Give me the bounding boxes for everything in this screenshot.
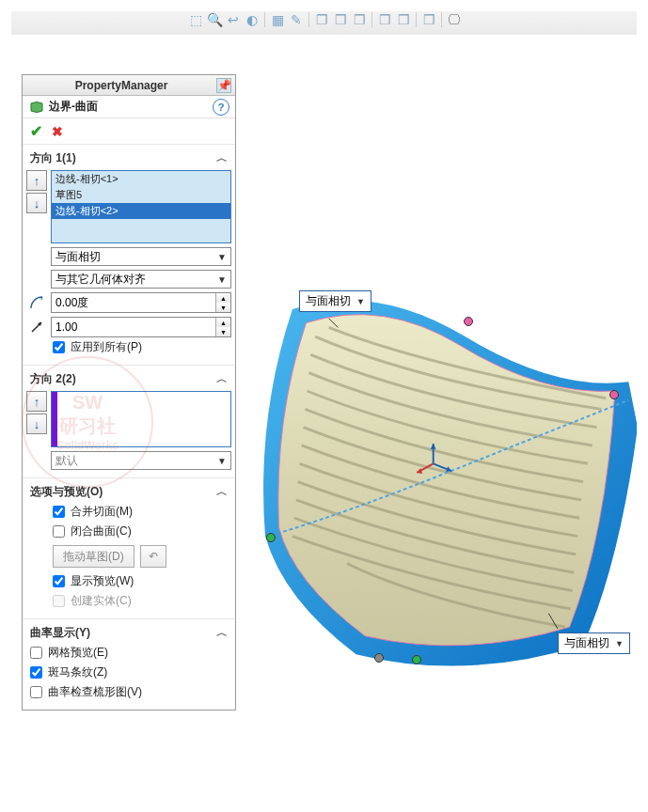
ok-button[interactable]: ✔ bbox=[30, 122, 42, 140]
handle-green-bottom[interactable] bbox=[412, 655, 421, 664]
tangent-type2-combo[interactable]: 默认▼ bbox=[51, 451, 231, 470]
dropdown-arrow-icon: ▼ bbox=[356, 297, 365, 306]
checkbox-input[interactable] bbox=[30, 647, 42, 659]
move-up-button[interactable]: ↑ bbox=[26, 170, 47, 191]
checkbox-input bbox=[53, 595, 65, 607]
box1-icon[interactable]: ❒ bbox=[313, 11, 330, 28]
checkbox-input[interactable] bbox=[30, 666, 42, 679]
graphics-viewport[interactable]: 与面相切 ▼ 与面相切 ▼ bbox=[238, 35, 638, 802]
curvature-title: 曲率显示(Y) bbox=[30, 625, 90, 641]
surface-preview bbox=[238, 35, 638, 802]
callout-bottom-text: 与面相切 bbox=[564, 635, 609, 651]
curvature-header[interactable]: 曲率显示(Y) ︿ bbox=[26, 623, 231, 643]
create-solid-checkbox: 创建实体(C) bbox=[26, 591, 231, 611]
box2-icon[interactable]: ❒ bbox=[332, 11, 349, 28]
direction2-header[interactable]: 方向 2(2) ︿ bbox=[26, 369, 231, 389]
zoom-area-icon[interactable]: 🔍 bbox=[206, 11, 223, 28]
feature-row: 边界-曲面 ? bbox=[23, 96, 235, 118]
apply-all-label: 应用到所有(P) bbox=[71, 339, 142, 355]
tangent-type-combo[interactable]: 与面相切▼ bbox=[51, 247, 231, 266]
zoom-fit-icon[interactable]: ⬚ bbox=[187, 11, 204, 28]
direction2-section: 方向 2(2) ︿ ↑ ↓ 默认▼ bbox=[23, 366, 235, 478]
callout-top-text: 与面相切 bbox=[306, 293, 351, 309]
cancel-button[interactable]: ✖ bbox=[52, 124, 63, 139]
options-section: 选项与预览(O) ︿ 合并切面(M) 闭合曲面(C) 拖动草图(D) ↶ 显示预… bbox=[23, 478, 235, 619]
undo-button[interactable]: ↶ bbox=[140, 545, 166, 568]
move-down-button[interactable]: ↓ bbox=[26, 414, 47, 434]
chevron-up-icon: ︿ bbox=[216, 625, 228, 641]
mesh-preview-checkbox[interactable]: 网格预览(E) bbox=[26, 643, 231, 663]
view-toolbar: ⬚ 🔍 ↩ ◐ ▦ ✎ ❒ ❒ ❒ ❒ ❒ ❒ 🖵 bbox=[8, 8, 640, 31]
apply-all-checkbox[interactable]: 应用到所有(P) bbox=[26, 337, 231, 357]
influence-spinbox[interactable]: 1.00 ▲▼ bbox=[51, 317, 231, 337]
merge-checkbox[interactable]: 合并切面(M) bbox=[26, 502, 231, 522]
hide-show-icon[interactable]: ✎ bbox=[288, 11, 305, 28]
direction1-title: 方向 1(1) bbox=[30, 150, 76, 166]
checkbox-input[interactable] bbox=[53, 525, 65, 538]
options-title: 选项与预览(O) bbox=[30, 484, 103, 500]
ok-cancel-row: ✔ ✖ bbox=[23, 118, 235, 145]
checkbox-input[interactable] bbox=[30, 686, 42, 698]
influence-value: 1.00 bbox=[52, 320, 215, 334]
list-item[interactable]: 边线-相切<2> bbox=[52, 203, 230, 219]
dropdown-arrow-icon: ▼ bbox=[217, 274, 227, 285]
combo-value: 与面相切 bbox=[55, 249, 101, 265]
handle-grey-bottom[interactable] bbox=[374, 653, 384, 663]
spin-down-icon[interactable]: ▼ bbox=[216, 303, 230, 312]
section-view-icon[interactable]: ◐ bbox=[244, 11, 261, 28]
chevron-up-icon: ︿ bbox=[216, 150, 228, 166]
comb-checkbox[interactable]: 曲率检查梳形图(V) bbox=[26, 682, 231, 702]
list-item[interactable]: 草图5 bbox=[52, 187, 230, 203]
spin-down-icon[interactable]: ▼ bbox=[216, 327, 230, 336]
chevron-up-icon: ︿ bbox=[216, 484, 228, 500]
box5-icon[interactable]: ❒ bbox=[395, 11, 412, 28]
prev-view-icon[interactable]: ↩ bbox=[225, 11, 242, 28]
move-up-button[interactable]: ↑ bbox=[26, 391, 47, 412]
handle-magenta-right[interactable] bbox=[609, 390, 619, 399]
influence-icon bbox=[26, 317, 47, 337]
curvature-section: 曲率显示(Y) ︿ 网格预览(E) 斑马条纹(Z) 曲率检查梳形图(V) bbox=[23, 619, 235, 710]
callout-top[interactable]: 与面相切 ▼ bbox=[299, 290, 371, 312]
angle-icon bbox=[26, 292, 47, 313]
callout-bottom[interactable]: 与面相切 ▼ bbox=[558, 632, 630, 654]
spin-up-icon[interactable]: ▲ bbox=[216, 318, 230, 327]
zebra-checkbox[interactable]: 斑马条纹(Z) bbox=[26, 663, 231, 682]
combo-value: 与其它几何体对齐 bbox=[55, 272, 146, 288]
handle-green-left[interactable] bbox=[266, 533, 276, 542]
angle-spinbox[interactable]: 0.00度 ▲▼ bbox=[51, 292, 231, 313]
dropdown-arrow-icon: ▼ bbox=[217, 456, 227, 466]
drag-sketch-button[interactable]: 拖动草图(D) bbox=[53, 545, 134, 568]
combo-value: 默认 bbox=[55, 453, 78, 469]
panel-header: PropertyManager 📌 bbox=[23, 75, 235, 96]
checkbox-input[interactable] bbox=[53, 341, 65, 353]
checkbox-input[interactable] bbox=[53, 575, 65, 587]
feature-name: 边界-曲面 bbox=[49, 99, 213, 115]
move-down-button[interactable]: ↓ bbox=[26, 193, 47, 213]
box4-icon[interactable]: ❒ bbox=[376, 11, 393, 28]
align-combo[interactable]: 与其它几何体对齐▼ bbox=[51, 270, 231, 289]
display-style-icon[interactable]: ▦ bbox=[269, 11, 286, 28]
angle-value: 0.00度 bbox=[52, 295, 215, 311]
property-manager-panel: PropertyManager 📌 边界-曲面 ? ✔ ✖ 方向 1(1) ︿ … bbox=[22, 74, 236, 710]
spin-up-icon[interactable]: ▲ bbox=[216, 293, 230, 303]
chevron-up-icon: ︿ bbox=[216, 371, 228, 387]
close-checkbox[interactable]: 闭合曲面(C) bbox=[26, 522, 231, 541]
show-preview-checkbox[interactable]: 显示预览(W) bbox=[26, 571, 231, 591]
box3-icon[interactable]: ❒ bbox=[351, 11, 368, 28]
direction1-header[interactable]: 方向 1(1) ︿ bbox=[26, 148, 231, 168]
pin-button[interactable]: 📌 bbox=[216, 78, 231, 93]
handle-magenta-top[interactable] bbox=[464, 317, 473, 326]
box6-icon[interactable]: ❒ bbox=[420, 11, 437, 28]
help-button[interactable]: ? bbox=[213, 99, 229, 116]
dropdown-arrow-icon: ▼ bbox=[217, 252, 227, 262]
direction2-title: 方向 2(2) bbox=[30, 371, 76, 387]
list-item[interactable]: 边线-相切<1> bbox=[52, 171, 230, 187]
direction1-section: 方向 1(1) ︿ ↑ ↓ 边线-相切<1> 草图5 边线-相切<2> 与面相切… bbox=[23, 145, 235, 366]
dropdown-arrow-icon: ▼ bbox=[615, 639, 624, 648]
direction1-listbox[interactable]: 边线-相切<1> 草图5 边线-相切<2> bbox=[51, 170, 231, 243]
monitor-icon[interactable]: 🖵 bbox=[446, 11, 463, 28]
direction2-listbox[interactable] bbox=[51, 391, 231, 447]
options-header[interactable]: 选项与预览(O) ︿ bbox=[26, 482, 231, 502]
checkbox-input[interactable] bbox=[53, 506, 65, 518]
panel-title: PropertyManager bbox=[26, 79, 216, 92]
